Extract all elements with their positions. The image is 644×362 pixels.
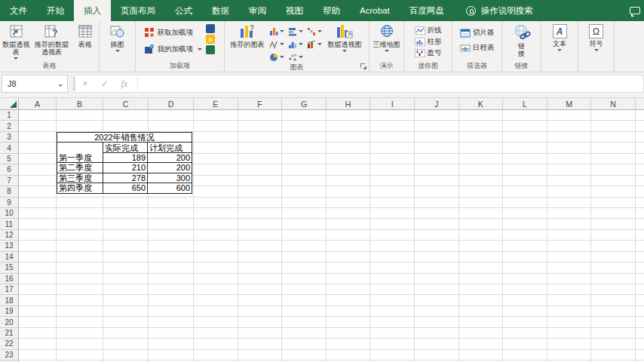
grid-cell-B2[interactable]	[57, 121, 103, 131]
grid-cell-M20[interactable]	[547, 317, 592, 327]
grid-cell-M21[interactable]	[547, 328, 592, 339]
grid-cell-A20[interactable]	[19, 317, 57, 327]
grid-cell-K6[interactable]	[459, 164, 504, 175]
grid-cell-I3[interactable]	[370, 132, 415, 143]
grid-cell-L4[interactable]	[503, 143, 547, 153]
grid-cell-partial5[interactable]	[636, 154, 644, 164]
grid-cell-J19[interactable]	[415, 306, 459, 317]
grid-cell-B20[interactable]	[57, 317, 103, 327]
grid-cell-G22[interactable]	[282, 339, 327, 349]
grid-cell-partial20[interactable]	[636, 317, 644, 327]
grid-cell-G2[interactable]	[282, 121, 327, 131]
grid-cell-E17[interactable]	[194, 284, 238, 295]
grid-cell-partial8[interactable]	[636, 186, 644, 197]
grid-cell-H17[interactable]	[327, 284, 371, 295]
grid-cell-G4[interactable]	[282, 143, 327, 153]
grid-cell-F10[interactable]	[238, 208, 283, 219]
grid-cell-E1[interactable]	[194, 110, 238, 121]
grid-cell-M7[interactable]	[547, 176, 592, 186]
grid-cell-I23[interactable]	[370, 350, 415, 360]
grid-cell-M23[interactable]	[547, 350, 592, 360]
grid-cell-K3[interactable]	[459, 132, 504, 143]
grid-cell-D12[interactable]	[149, 230, 194, 241]
grid-cell-L19[interactable]	[503, 306, 547, 317]
grid-cell-F18[interactable]	[238, 295, 283, 305]
grid-cell-H8[interactable]	[327, 186, 371, 197]
grid-cell-J7[interactable]	[415, 176, 459, 186]
grid-cell-M15[interactable]	[547, 262, 592, 273]
grid-cell-J6[interactable]	[415, 164, 459, 175]
grid-cell-N19[interactable]	[591, 306, 636, 317]
grid-cell-D13[interactable]	[149, 241, 194, 251]
get-addins-button[interactable]: 获取加载项	[144, 26, 203, 38]
cell-B5[interactable]: 第一季度	[57, 152, 103, 162]
row-header-8[interactable]: 8	[0, 186, 19, 197]
cell-D5[interactable]: 200	[148, 152, 192, 162]
grid-cell-A18[interactable]	[19, 295, 57, 305]
grid-cell-D21[interactable]	[149, 328, 194, 339]
insert-waterfall-chart-button[interactable]	[305, 25, 324, 38]
grid-cell-N23[interactable]	[591, 350, 636, 360]
grid-cell-C16[interactable]	[103, 274, 149, 284]
tab-开始[interactable]: 开始	[37, 0, 74, 21]
grid-cell-L12[interactable]	[503, 230, 547, 241]
grid-cell-G15[interactable]	[282, 262, 327, 273]
row-header-7[interactable]: 7	[0, 176, 19, 186]
grid-cell-C22[interactable]	[103, 339, 149, 349]
grid-cell-B18[interactable]	[57, 295, 103, 305]
row-header-20[interactable]: 20	[0, 317, 19, 327]
grid-cell-N1[interactable]	[591, 110, 636, 121]
grid-cell-F7[interactable]	[238, 176, 283, 186]
people-graph-addin-icon[interactable]	[206, 45, 215, 54]
grid-cell-K15[interactable]	[459, 262, 504, 273]
grid-cell-N10[interactable]	[591, 208, 636, 219]
row-header-10[interactable]: 10	[0, 208, 19, 219]
grid-cell-partial22[interactable]	[636, 339, 644, 349]
grid-cell-G1[interactable]	[282, 110, 327, 121]
grid-cell-K5[interactable]	[459, 154, 504, 164]
grid-cell-N13[interactable]	[591, 241, 636, 251]
cell-D4-header[interactable]: 计划完成	[148, 143, 192, 152]
grid-cell-J11[interactable]	[415, 219, 459, 229]
grid-cell-A23[interactable]	[19, 350, 57, 360]
grid-cell-H6[interactable]	[327, 164, 371, 175]
grid-cell-A21[interactable]	[19, 328, 57, 339]
grid-cell-B17[interactable]	[57, 284, 103, 295]
grid-cell-I5[interactable]	[370, 154, 415, 164]
row-header-5[interactable]: 5	[0, 154, 19, 164]
grid-cell-J18[interactable]	[415, 295, 459, 305]
grid-cell-F16[interactable]	[238, 274, 283, 284]
row-header-17[interactable]: 17	[0, 284, 19, 295]
grid-cell-N5[interactable]	[591, 154, 636, 164]
grid-cell-F12[interactable]	[238, 230, 283, 241]
grid-cell-L9[interactable]	[503, 198, 547, 208]
grid-cell-A14[interactable]	[19, 252, 57, 262]
grid-cell-D1[interactable]	[149, 110, 194, 121]
grid-cell-I16[interactable]	[370, 274, 415, 284]
grid-cell-I12[interactable]	[370, 230, 415, 241]
column-header-I[interactable]: I	[370, 98, 415, 110]
grid-cell-H16[interactable]	[327, 274, 371, 284]
grid-cell-K11[interactable]	[459, 219, 504, 229]
grid-cell-I4[interactable]	[370, 143, 415, 153]
row-header-22[interactable]: 22	[0, 339, 19, 349]
column-header-C[interactable]: C	[103, 98, 149, 110]
grid-cell-B14[interactable]	[57, 252, 103, 262]
grid-cell-D17[interactable]	[149, 284, 194, 295]
row-header-21[interactable]: 21	[0, 328, 19, 339]
grid-cell-M8[interactable]	[547, 186, 592, 197]
grid-cell-I19[interactable]	[370, 306, 415, 317]
grid-cell-I11[interactable]	[370, 219, 415, 229]
illustrations-button[interactable]: 插图	[102, 23, 133, 52]
row-header-4[interactable]: 4	[0, 143, 19, 153]
grid-cell-H5[interactable]	[327, 154, 371, 164]
cell-C6[interactable]: 210	[103, 163, 148, 173]
grid-cell-J9[interactable]	[415, 198, 459, 208]
grid-cell-J8[interactable]	[415, 186, 459, 197]
grid-cell-J14[interactable]	[415, 252, 459, 262]
grid-cell-H15[interactable]	[327, 262, 371, 273]
grid-cell-F21[interactable]	[238, 328, 283, 339]
grid-cell-H10[interactable]	[327, 208, 371, 219]
cell-B8[interactable]: 第四季度	[57, 183, 103, 193]
sparkline-winloss-button[interactable]: 盈亏	[415, 48, 442, 59]
